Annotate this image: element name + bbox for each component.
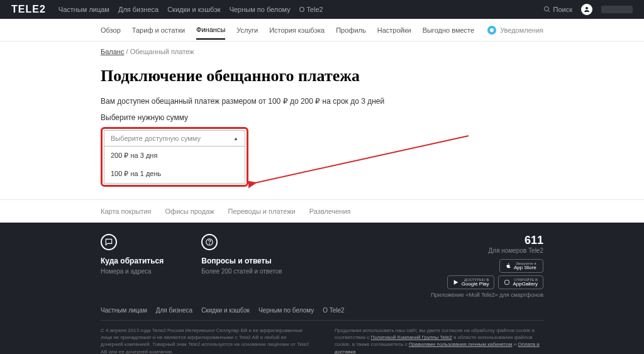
breadcrumb: Баланс / Обещанный платеж xyxy=(101,48,543,55)
fnav-business[interactable]: Для бизнеса xyxy=(156,307,192,314)
logo[interactable]: TELE2 xyxy=(11,4,46,15)
select-label: Выберите нужную сумму xyxy=(101,113,543,122)
footer-payments[interactable]: Переводы и платежи xyxy=(228,207,296,215)
select-placeholder: Выберите доступную сумму xyxy=(111,135,201,142)
footer-offices[interactable]: Офисы продаж xyxy=(165,207,214,215)
footer-legal: С 4 апреля 2013 года Теле2 Россия Интерн… xyxy=(101,327,543,354)
appgallery-badge[interactable]: ОТКРОЙТЕ ВAppGallery xyxy=(498,275,543,289)
policy-link[interactable]: Политикой Компаний Группы Tele2 xyxy=(371,335,452,340)
play-icon xyxy=(453,279,459,285)
top-nav: Частным лицам Для бизнеса Скидки и кэшбэ… xyxy=(58,6,543,13)
subnav-tariff[interactable]: Тариф и остатки xyxy=(132,26,185,39)
huawei-icon xyxy=(504,279,510,285)
subnav-settings[interactable]: Настройки xyxy=(377,26,411,39)
option-100-1day[interactable]: 100 ₽ на 1 день xyxy=(104,165,245,183)
subnav-finance[interactable]: Финансы xyxy=(196,26,225,40)
topnav-about[interactable]: О Tele2 xyxy=(299,6,323,13)
fnav-black-white[interactable]: Черным по белому xyxy=(258,307,314,314)
topnav-cashback[interactable]: Скидки и кэшбэк xyxy=(167,6,221,13)
svg-marker-7 xyxy=(453,280,458,285)
page-description: Вам доступен обещанный платеж размером о… xyxy=(101,97,543,106)
top-bar: TELE2 Частным лицам Для бизнеса Скидки и… xyxy=(0,0,644,19)
amount-select-highlighted: Выберите доступную сумму ▲ 200 ₽ на 3 дн… xyxy=(101,127,248,187)
user-avatar-icon[interactable] xyxy=(581,4,592,15)
option-200-3days[interactable]: 200 ₽ на 3 дня xyxy=(104,147,245,165)
hotline-number: 611 xyxy=(431,234,543,247)
svg-point-6 xyxy=(209,244,210,245)
topnav-personal[interactable]: Частным лицам xyxy=(58,6,109,13)
subnav-together[interactable]: Выгодно вместе xyxy=(423,26,475,39)
sub-nav: Обзор Тариф и остатки Финансы Услуги Ист… xyxy=(0,19,644,41)
hotline-sub: Для номеров Tele2 xyxy=(431,247,543,254)
breadcrumb-current: Обещанный платеж xyxy=(130,48,194,55)
svg-point-0 xyxy=(544,7,548,11)
fnav-about[interactable]: О Tele2 xyxy=(323,307,344,314)
top-tools: Поиск xyxy=(543,4,633,15)
svg-rect-8 xyxy=(505,280,509,285)
notifications-link[interactable]: Уведомления xyxy=(487,26,543,35)
help-icon xyxy=(201,234,218,250)
googleplay-badge[interactable]: ДОСТУПНО ВGoogle Play xyxy=(447,275,495,289)
annotation-arrow xyxy=(248,133,475,196)
subnav-profile[interactable]: Профиль xyxy=(336,26,366,39)
appstore-badge[interactable]: Загрузите вApp Store xyxy=(499,259,543,273)
main-content: Баланс / Обещанный платеж Подключение об… xyxy=(0,41,644,199)
breadcrumb-balance[interactable]: Баланс xyxy=(101,48,124,55)
bell-icon xyxy=(487,26,496,35)
footer-entertainment[interactable]: Развлечения xyxy=(309,207,351,215)
footer-contact[interactable]: Куда обратиться Номера и адреса xyxy=(101,234,164,298)
footer-nav: Частным лицам Для бизнеса Скидки и кэшбэ… xyxy=(101,307,543,321)
footer-coverage[interactable]: Карта покрытия xyxy=(101,207,152,215)
subnav-overview[interactable]: Обзор xyxy=(101,26,121,39)
svg-point-2 xyxy=(586,7,588,9)
subnav-services[interactable]: Услуги xyxy=(236,26,258,39)
page-title: Подключение обещанного платежа xyxy=(101,67,543,86)
subnav-cashback-history[interactable]: История кэшбэка xyxy=(269,26,325,39)
footer: Куда обратиться Номера и адреса Вопросы … xyxy=(0,223,644,354)
amount-dropdown: 200 ₽ на 3 дня 100 ₽ на 1 день xyxy=(104,147,245,184)
amount-select[interactable]: Выберите доступную сумму ▲ xyxy=(104,130,245,147)
footer-apps: 611 Для номеров Tele2 Загрузите вApp Sto… xyxy=(431,234,543,298)
footer-quick-links: Карта покрытия Офисы продаж Переводы и п… xyxy=(0,199,644,223)
apple-icon xyxy=(505,263,511,269)
fnav-personal[interactable]: Частным лицам xyxy=(101,307,147,314)
topnav-business[interactable]: Для бизнеса xyxy=(118,6,158,13)
svg-line-1 xyxy=(548,11,550,13)
svg-line-4 xyxy=(255,136,469,183)
topnav-black-white[interactable]: Черным по белому xyxy=(230,6,291,13)
search-icon[interactable]: Поиск xyxy=(543,6,572,13)
legal-text-2: Продолжая использовать наш сайт, вы дает… xyxy=(335,327,543,354)
user-name-blurred xyxy=(601,6,633,13)
chevron-up-icon: ▲ xyxy=(233,136,238,141)
chat-icon xyxy=(101,234,117,250)
rules-link[interactable]: Правилами пользования личным кабинетом xyxy=(409,341,513,347)
legal-text-1: С 4 апреля 2013 года Теле2 Россия Интерн… xyxy=(101,327,309,354)
footer-faq[interactable]: Вопросы и ответы Более 200 статей и отве… xyxy=(201,234,282,298)
app-description: Приложение «Мой Tele2» для смартфонов xyxy=(431,292,543,298)
fnav-cashback[interactable]: Скидки и кэшбэк xyxy=(201,307,250,314)
